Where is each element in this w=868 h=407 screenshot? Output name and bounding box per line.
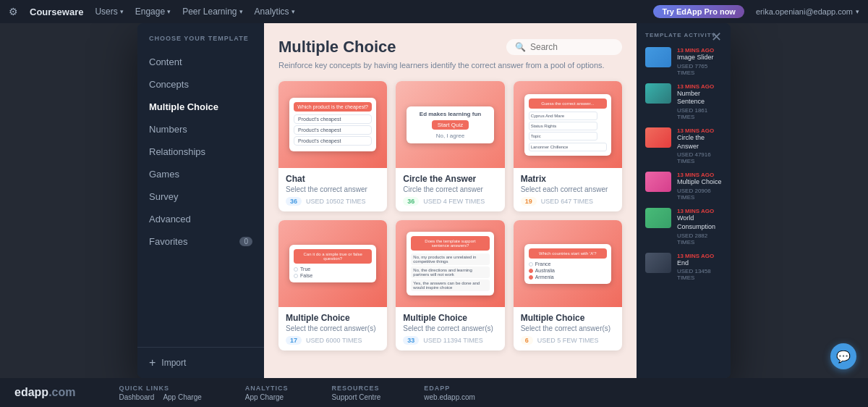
template-card-matrix[interactable]: Guess the correct answer... Cyprus And M… [514, 81, 622, 211]
activity-info: 13 MINS AGO World Consumption USED 2882 … [677, 208, 722, 245]
nav-peer-learning[interactable]: Peer Learning ▾ [182, 7, 242, 17]
activity-item-3[interactable]: 13 MINS AGO Multiple Choice USED 20906 T… [645, 172, 722, 201]
activity-name: World Consumption [677, 214, 722, 231]
footer-link-analytics[interactable]: App Charge [245, 393, 284, 401]
preview-chat-inner: Which product is the cheapest? Product's… [289, 98, 376, 151]
footer-links: web.edapp.com [424, 393, 475, 401]
footer-brand: edapp.com [14, 386, 75, 399]
activity-time: 13 MINS AGO [677, 47, 722, 54]
nav-analytics[interactable]: Analytics ▾ [255, 7, 295, 17]
template-card-chat[interactable]: Which product is the cheapest? Product's… [278, 81, 387, 211]
activity-used: USED 7765 TIMES [677, 63, 722, 76]
activity-thumb [645, 253, 671, 273]
footer-link-support[interactable]: Support Centre [331, 393, 380, 401]
search-input[interactable] [530, 42, 613, 52]
sidebar-item-survey[interactable]: Survey [137, 185, 264, 208]
activity-item-5[interactable]: 13 MINS AGO End USED 13458 TIMES [645, 253, 722, 282]
chevron-down-icon: ▾ [856, 8, 859, 15]
activity-item-2[interactable]: 13 MINS AGO Circle the Answer USED 47916… [645, 127, 722, 164]
card-stats: 17 USED 6000 TIMES [286, 336, 380, 345]
chat-support-button[interactable]: 💬 [830, 343, 856, 369]
card-stats: 19 USED 647 TIMES [521, 197, 615, 206]
search-icon: 🔍 [515, 42, 526, 52]
activity-time: 13 MINS AGO [677, 83, 722, 90]
card-name: Multiple Choice [403, 313, 497, 323]
card-info-mc3: Multiple Choice Select the correct answe… [514, 307, 622, 351]
card-info-circle: Circle the Answer Circle the correct ans… [396, 168, 504, 211]
template-activity-panel: TEMPLATE ACTIVITY 13 MINS AGO Image Slid… [637, 23, 731, 378]
try-pro-button[interactable]: Try EdApp Pro now [653, 5, 744, 18]
card-info-mc1: Multiple Choice Select the correct answe… [278, 307, 387, 351]
top-navigation: ⚙ Courseware Users ▾ Engage ▾ Peer Learn… [0, 0, 868, 23]
card-name: Multiple Choice [521, 313, 615, 323]
card-stats: 6 USED 5 FEW TIMES [521, 336, 615, 345]
modal-close-button[interactable]: ✕ [711, 30, 722, 43]
modal-overlay: CHOOSE YOUR TEMPLATE Content Concepts Mu… [0, 23, 868, 378]
preview-mc3-inner: Which countries start with 'A'? France A… [524, 244, 611, 284]
activity-item-1[interactable]: 13 MINS AGO Number Sentence USED 1861 TI… [645, 83, 722, 120]
footer-section-quick-links: QUICK LINKS Dashboard App Charge [119, 385, 201, 401]
activity-name: Image Slider [677, 54, 722, 62]
activity-info: 13 MINS AGO Number Sentence USED 1861 TI… [677, 83, 722, 120]
sidebar-item-favorites[interactable]: Favorites 0 [137, 230, 264, 253]
footer-link-dashboard[interactable]: Dashboard [119, 393, 154, 401]
card-name: Matrix [521, 174, 615, 184]
sidebar-item-content[interactable]: Content [137, 51, 264, 73]
sidebar-item-relationships[interactable]: Relationships [137, 140, 264, 163]
card-name: Chat [286, 174, 380, 184]
preview-option: Product's cheapest [294, 136, 372, 146]
activity-name: End [677, 259, 722, 268]
stat-badge: 17 [286, 336, 302, 345]
preview-option: Product's cheapest [294, 125, 372, 135]
card-desc: Circle the correct answer [403, 185, 497, 193]
card-stats: 36 USED 10502 TIMES [286, 197, 380, 206]
activity-thumb [645, 127, 671, 148]
footer-links: Dashboard App Charge [119, 393, 201, 401]
stat-badge: 6 [521, 336, 533, 345]
template-card-circle-answer[interactable]: Ed makes learning fun Start Quiz No, I a… [396, 81, 504, 211]
template-card-mc2[interactable]: Does the template support sentence answe… [396, 220, 504, 351]
stat-badge: 36 [403, 197, 419, 206]
preview-question: Can it do a simple true or false questio… [294, 249, 372, 264]
preview-question: Guess the correct answer... [529, 98, 607, 109]
sidebar-item-games[interactable]: Games [137, 163, 264, 185]
template-card-mc1[interactable]: Can it do a simple true or false questio… [278, 220, 387, 351]
template-sidebar: CHOOSE YOUR TEMPLATE Content Concepts Mu… [137, 23, 264, 378]
activity-used: USED 20906 TIMES [677, 188, 722, 201]
template-card-mc3[interactable]: Which countries start with 'A'? France A… [514, 220, 622, 351]
nav-engage[interactable]: Engage ▾ [135, 7, 171, 17]
sidebar-item-concepts[interactable]: Concepts [137, 73, 264, 96]
card-preview-mc1: Can it do a simple true or false questio… [278, 220, 387, 307]
card-stats: 36 USED 4 FEW TIMES [403, 197, 497, 206]
activity-time: 13 MINS AGO [677, 172, 722, 178]
stat-badge: 36 [286, 197, 302, 206]
chevron-down-icon: ▾ [167, 8, 171, 15]
preview-mc1-inner: Can it do a simple true or false questio… [289, 245, 376, 282]
stat-text: USED 647 TIMES [541, 198, 593, 205]
activity-item-0[interactable]: 13 MINS AGO Image Slider USED 7765 TIMES [645, 47, 722, 76]
card-preview-mc3: Which countries start with 'A'? France A… [514, 220, 622, 307]
activity-item-4[interactable]: 13 MINS AGO World Consumption USED 2882 … [645, 208, 722, 245]
import-button[interactable]: + Import [137, 347, 264, 378]
search-box[interactable]: 🔍 [506, 39, 622, 55]
activity-info: 13 MINS AGO Image Slider USED 7765 TIMES [677, 47, 722, 76]
footer-link-website[interactable]: web.edapp.com [424, 393, 475, 401]
activity-thumb [645, 208, 671, 228]
sidebar-item-numbers[interactable]: Numbers [137, 118, 264, 140]
activity-thumb [645, 172, 671, 192]
stat-text: USED 10502 TIMES [306, 198, 365, 205]
card-desc: Select the correct answer(s) [521, 324, 615, 332]
nav-users[interactable]: Users ▾ [95, 7, 123, 17]
brand-name[interactable]: Courseware [30, 7, 83, 17]
footer-link-app-charge[interactable]: App Charge [163, 393, 201, 401]
activity-time: 13 MINS AGO [677, 127, 722, 134]
sidebar-item-multiple-choice[interactable]: Multiple Choice [137, 96, 264, 118]
activity-name: Multiple Choice [677, 178, 722, 187]
card-stats: 33 USED 11394 TIMES [403, 336, 497, 345]
chat-icon: 💬 [836, 350, 851, 364]
footer-section-title: EDAPP [424, 385, 475, 392]
template-modal: CHOOSE YOUR TEMPLATE Content Concepts Mu… [137, 23, 731, 378]
sidebar-item-advanced[interactable]: Advanced [137, 208, 264, 230]
card-preview-mc2: Does the template support sentence answe… [396, 220, 504, 307]
user-email[interactable]: erika.openiani@edapp.com ▾ [756, 7, 859, 16]
